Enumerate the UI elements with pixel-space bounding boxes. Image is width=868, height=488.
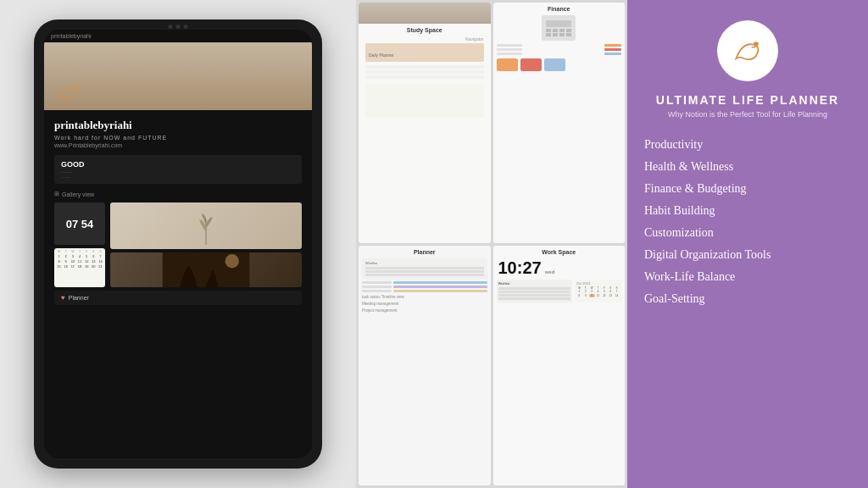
- task-label-3: [362, 290, 392, 292]
- calc-btn-6: [553, 33, 558, 36]
- feature-item-0[interactable]: Productivity: [644, 134, 851, 156]
- planner-title: Planner: [359, 246, 491, 257]
- planner-task-2: [362, 286, 487, 288]
- study-rows: [362, 64, 487, 82]
- planner-task-1: [362, 281, 487, 284]
- task-bar-3: [393, 290, 487, 292]
- workspace-time: 10:27: [498, 258, 542, 278]
- cal-1: 1: [56, 254, 62, 258]
- screen-content: printablebyriahi Work hard for NOW and F…: [44, 110, 312, 458]
- cal-15: 15: [56, 264, 62, 269]
- screen-good-box: GOOD ........ ......: [54, 155, 302, 184]
- wc-h7: S: [614, 286, 620, 290]
- screenshot-workspace: Work Space 10:27 wed Wishlist Oct 2023 M: [493, 246, 626, 486]
- fin-label-3: [497, 53, 522, 55]
- cal-header-su: S: [97, 250, 103, 253]
- screen-site-title: printablebyriahi: [54, 119, 302, 132]
- gallery-label: ⊞ Gallery view: [54, 191, 302, 197]
- fin-row-3: [497, 53, 622, 55]
- cal-7: 7: [97, 254, 103, 258]
- swatch-orange: [497, 58, 518, 71]
- screenshots-grid: Study Space Navigator Daily Planner Fina…: [356, 0, 627, 488]
- wc-2: 2: [582, 290, 588, 293]
- cal-11: 11: [76, 259, 82, 263]
- wc-h4: T: [595, 286, 601, 290]
- wc-h6: S: [608, 286, 614, 290]
- workspace-grid: Wishlist Oct 2023 M T W T F S S: [493, 278, 626, 304]
- wc-9: 9: [582, 294, 588, 297]
- fin-label-2: [497, 48, 522, 51]
- wc-7: 7: [614, 290, 620, 293]
- wish-item-3: [365, 274, 484, 276]
- screen-top-bar: printablebyriahi: [44, 30, 312, 42]
- cal-16: 16: [63, 264, 69, 269]
- wc-1: 1: [576, 290, 582, 293]
- cal-header-t: T: [63, 250, 69, 253]
- calc-btn-5: [546, 33, 551, 36]
- gallery-label-text: Gallery view: [62, 191, 94, 197]
- feature-item-1[interactable]: Health & Wellness: [644, 156, 851, 178]
- study-row-3: [365, 75, 484, 79]
- hero-logo-icon: [54, 82, 84, 103]
- gallery-left-col: 07 54 M T W T F S S: [54, 202, 105, 287]
- wc-11: 11: [595, 294, 601, 297]
- planner-task-rows: [362, 281, 487, 292]
- study-inner: Navigator Daily Planner: [359, 35, 491, 121]
- screen-site-subtitle: Work hard for NOW and FUTURE: [54, 135, 302, 141]
- workspace-cal-title: Oct 2023: [576, 281, 620, 286]
- cal-12: 12: [84, 259, 90, 263]
- cal-17: 17: [70, 264, 75, 269]
- fin-label-1: [497, 44, 522, 47]
- tablet-mockup: printablebyriahi printablebyriahi Work h…: [34, 19, 322, 469]
- wc-h3: W: [589, 286, 595, 290]
- feature-item-5[interactable]: Digital Organization Tools: [644, 244, 851, 266]
- calc-btn-4: [566, 29, 571, 32]
- cal-2: 2: [63, 254, 69, 258]
- workspace-cal-grid: M T W T F S S 1 2 3 4 5 6 7 8: [576, 286, 620, 297]
- screen-planner-bar: ♥ Planner: [54, 291, 302, 305]
- cal-3: 3: [70, 254, 75, 258]
- task-bar-2: [393, 286, 487, 288]
- plant-icon: [196, 207, 217, 245]
- wc-5: 5: [601, 290, 607, 293]
- feature-item-3[interactable]: Habit Building: [644, 200, 851, 222]
- calc-btn-3: [559, 29, 565, 32]
- gallery-image-1: [110, 202, 302, 249]
- calc-btn-1: [546, 29, 551, 32]
- wc-h2: T: [582, 286, 588, 290]
- cal-5: 5: [84, 254, 90, 258]
- planner-bar-label: Planner: [69, 295, 89, 301]
- feature-item-6[interactable]: Work-Life Balance: [644, 266, 851, 288]
- cal-8: 8: [56, 259, 62, 263]
- planner-task-3: [362, 290, 487, 292]
- cal-20: 20: [91, 264, 97, 269]
- project-label: Project management: [362, 308, 487, 313]
- scene-icon: [110, 252, 302, 287]
- feature-item-7[interactable]: Goal-Setting: [644, 288, 851, 310]
- workspace-day: wed: [545, 269, 555, 274]
- tablet-camera: [169, 25, 188, 29]
- feature-item-2[interactable]: Finance & Budgeting: [644, 178, 851, 200]
- wish-item-1: [365, 267, 484, 269]
- cal-19: 19: [84, 264, 90, 269]
- camera-dot-1: [169, 25, 173, 29]
- task-label-1: [362, 281, 392, 284]
- good-sub2: ......: [61, 174, 295, 179]
- cal-header-f: F: [84, 250, 90, 253]
- finance-rows: [493, 42, 626, 73]
- cal-header-s: S: [91, 250, 97, 253]
- brand-logo-circle: [717, 20, 778, 81]
- good-title: GOOD: [61, 160, 295, 169]
- wishlist-title: Wishlist: [365, 261, 484, 265]
- workspace-title: Work Space: [493, 246, 626, 257]
- cal-14: 14: [97, 259, 103, 263]
- workspace-wish-title: Wishlist: [498, 281, 571, 286]
- swatch-blue: [544, 58, 565, 71]
- feature-item-4[interactable]: Customization: [644, 222, 851, 244]
- wc-h5: F: [601, 286, 607, 290]
- fin-value-1: [604, 44, 621, 47]
- left-section: printablebyriahi printablebyriahi Work h…: [0, 0, 356, 488]
- gallery-image-2: [110, 252, 302, 287]
- screenshot-planner: Planner Wishlist: [359, 246, 491, 486]
- planner-inner: Wishlist: [359, 257, 491, 314]
